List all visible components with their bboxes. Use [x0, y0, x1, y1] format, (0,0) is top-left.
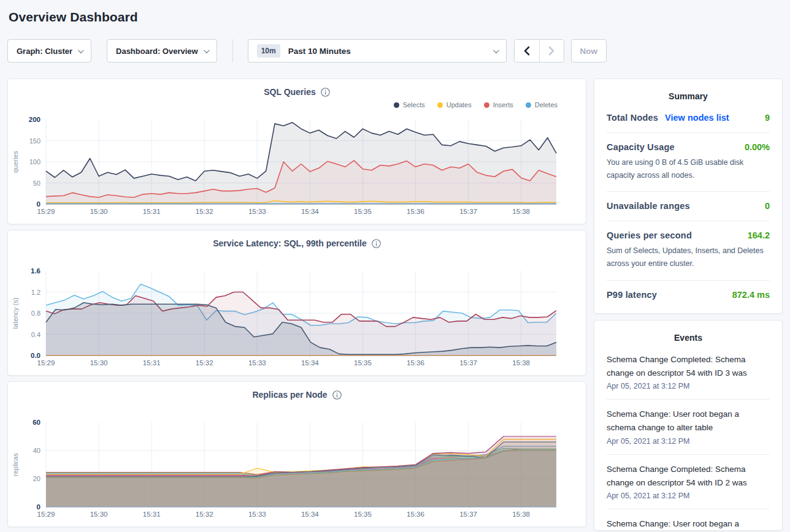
- time-range-label: Past 10 Minutes: [288, 47, 351, 56]
- svg-text:15:33: 15:33: [248, 359, 266, 367]
- time-next-button[interactable]: [539, 40, 564, 62]
- svg-text:replicas: replicas: [12, 453, 19, 476]
- svg-text:15:32: 15:32: [196, 208, 213, 215]
- list-item[interactable]: Schema Change: User root began a schema …: [607, 509, 770, 531]
- list-item[interactable]: Schema Change Completed: Schema change o…: [607, 454, 770, 509]
- svg-text:15:30: 15:30: [90, 511, 108, 518]
- chevron-down-icon: [78, 47, 84, 53]
- chevron-left-icon: [523, 46, 530, 56]
- dashboard-dropdown[interactable]: Dashboard: Overview: [107, 39, 217, 63]
- legend-label: Deletes: [535, 101, 558, 108]
- info-icon[interactable]: [332, 390, 342, 400]
- chart-title: Service Latency: SQL, 99th percentile: [213, 238, 367, 248]
- p99-latency-value: 872.4 ms: [732, 290, 770, 300]
- summary-row-p99: P99 latency 872.4 ms: [607, 281, 770, 310]
- info-icon[interactable]: [321, 88, 330, 97]
- time-range-selector[interactable]: 10m Past 10 Minutes: [248, 39, 507, 63]
- legend-item-inserts: Inserts: [484, 101, 513, 108]
- svg-text:200: 200: [29, 116, 40, 123]
- svg-text:15:29: 15:29: [37, 359, 55, 367]
- svg-text:15:35: 15:35: [354, 359, 372, 367]
- legend-label: Updates: [447, 101, 472, 108]
- svg-text:15:30: 15:30: [90, 359, 108, 367]
- chart-title: Replicas per Node: [252, 390, 327, 400]
- overview-dashboard-page: Overview Dashboard Graph: Cluster Dashbo…: [0, 0, 790, 532]
- svg-text:100: 100: [29, 158, 40, 165]
- svg-text:15:38: 15:38: [512, 359, 530, 367]
- svg-text:15:38: 15:38: [512, 511, 530, 518]
- svg-text:0.0: 0.0: [31, 352, 40, 359]
- capacity-usage-value: 0.00%: [745, 142, 770, 152]
- summary-title: Summary: [607, 88, 770, 104]
- sql-queries-plot[interactable]: 05010015020015:2915:3015:3115:3215:3315:…: [8, 115, 587, 222]
- svg-text:150: 150: [29, 137, 40, 145]
- view-nodes-list-link[interactable]: View nodes list: [665, 113, 729, 123]
- qps-desc: Sum of Selects, Updates, Inserts, and De…: [607, 245, 770, 270]
- svg-text:15:34: 15:34: [301, 359, 319, 367]
- svg-text:0.4: 0.4: [31, 331, 40, 338]
- time-prev-button[interactable]: [515, 40, 539, 62]
- summary-row-capacity: Capacity Usage 0.00% You are using 0 B o…: [607, 133, 770, 192]
- service-latency-plot[interactable]: 0.00.40.81.21.615:2915:3015:3115:3215:33…: [8, 266, 587, 374]
- svg-text:15:37: 15:37: [459, 359, 477, 367]
- svg-text:15:36: 15:36: [407, 511, 424, 518]
- chevron-down-icon: [493, 47, 499, 53]
- svg-text:15:29: 15:29: [37, 511, 55, 518]
- side-column: Summary Total Nodes View nodes list 9 Ca…: [594, 78, 783, 531]
- time-nav-group: [514, 39, 564, 63]
- replicas-per-node-plot[interactable]: 020406015:2915:3015:3115:3215:3315:3415:…: [8, 417, 587, 525]
- legend-item-updates: Updates: [437, 101, 472, 108]
- info-icon[interactable]: [372, 239, 381, 248]
- svg-text:15:31: 15:31: [143, 511, 161, 518]
- list-item[interactable]: Schema Change Completed: Schema change o…: [607, 345, 770, 400]
- total-nodes-label: Total Nodes: [607, 113, 658, 123]
- svg-text:60: 60: [33, 419, 40, 426]
- events-card: Events Schema Change Completed: Schema c…: [594, 320, 783, 531]
- graph-dropdown[interactable]: Graph: Cluster: [7, 39, 91, 63]
- qps-label: Queries per second: [607, 230, 692, 240]
- svg-text:15:35: 15:35: [354, 511, 372, 518]
- capacity-usage-desc: You are using 0 B of 4.5 GiB usable disk…: [607, 156, 770, 181]
- events-title: Events: [607, 329, 770, 345]
- svg-text:latency (s): latency (s): [12, 298, 19, 329]
- svg-text:15:31: 15:31: [143, 208, 161, 215]
- charts-column: SQL Queries Selects Updates Inserts Dele…: [7, 78, 586, 527]
- legend-label: Selects: [403, 101, 425, 108]
- qps-value: 164.2: [748, 230, 770, 240]
- now-button[interactable]: Now: [571, 39, 607, 63]
- svg-text:20: 20: [33, 475, 40, 482]
- svg-text:15:29: 15:29: [37, 208, 55, 215]
- svg-text:15:34: 15:34: [301, 511, 319, 518]
- total-nodes-value: 9: [765, 113, 770, 123]
- event-text: Schema Change: User root began a schema …: [607, 517, 770, 531]
- graph-dropdown-label: Graph: Cluster: [17, 47, 72, 56]
- summary-row-unavailable: Unavailable ranges 0: [607, 192, 770, 221]
- legend-label: Inserts: [493, 101, 513, 108]
- svg-text:15:37: 15:37: [459, 511, 477, 518]
- svg-text:15:36: 15:36: [407, 359, 424, 367]
- svg-text:15:33: 15:33: [248, 511, 266, 518]
- chart-legend: Selects Updates Inserts Deletes: [8, 99, 586, 111]
- list-item[interactable]: Schema Change: User root began a schema …: [607, 399, 770, 454]
- chart-title: SQL Queries: [264, 87, 316, 97]
- legend-dot: [484, 102, 489, 108]
- time-range-badge: 10m: [257, 44, 280, 58]
- unavailable-ranges-value: 0: [765, 201, 770, 211]
- unavailable-ranges-label: Unavailable ranges: [607, 201, 690, 211]
- toolbar: Graph: Cluster Dashboard: Overview 10m P…: [7, 39, 783, 63]
- event-text: Schema Change Completed: Schema change o…: [607, 353, 770, 381]
- svg-text:40: 40: [33, 447, 40, 454]
- svg-text:15:36: 15:36: [407, 208, 424, 215]
- svg-text:50: 50: [33, 180, 40, 187]
- event-date: Apr 05, 2021 at 3:12 PM: [607, 492, 770, 500]
- p99-latency-label: P99 latency: [607, 290, 657, 300]
- summary-row-qps: Queries per second 164.2 Sum of Selects,…: [607, 221, 770, 280]
- svg-text:15:31: 15:31: [143, 359, 161, 367]
- svg-text:15:38: 15:38: [512, 208, 530, 215]
- replicas-per-node-chart-card: Replicas per Node 020406015:2915:3015:31…: [7, 381, 586, 527]
- event-text: Schema Change: User root began a schema …: [607, 408, 770, 435]
- svg-text:1.2: 1.2: [31, 289, 40, 296]
- svg-text:15:32: 15:32: [196, 511, 213, 518]
- content: SQL Queries Selects Updates Inserts Dele…: [7, 78, 783, 531]
- svg-text:15:30: 15:30: [90, 208, 108, 215]
